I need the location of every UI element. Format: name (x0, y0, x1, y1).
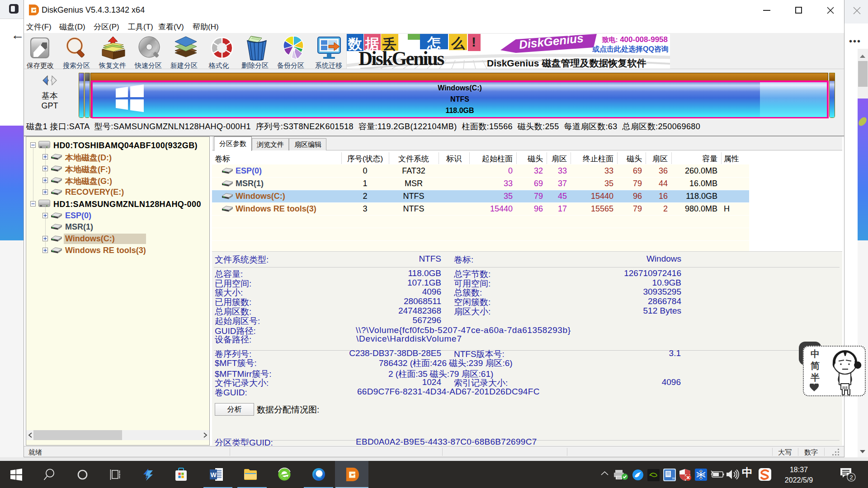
svg-text:intel: intel (672, 477, 676, 480)
svg-text:2: 2 (849, 474, 853, 481)
svg-text:W: W (210, 471, 217, 479)
